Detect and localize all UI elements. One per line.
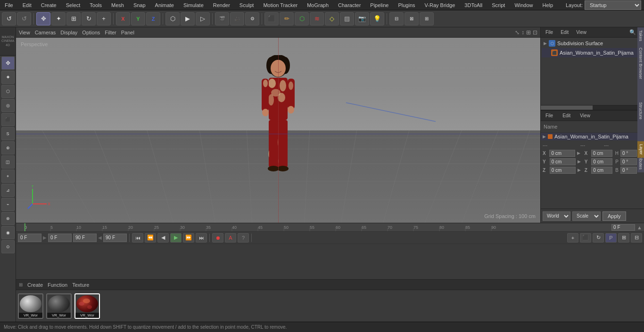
mode-3-button[interactable]: ↻ xyxy=(593,233,604,243)
material-item-2[interactable]: VR_Wor xyxy=(46,293,72,319)
menu-snap[interactable]: Snap xyxy=(132,1,148,9)
attr-object-row[interactable]: ▶ Asian_Woman_in_Satin_Pijama xyxy=(541,133,644,140)
menu-simulate[interactable]: Simulate xyxy=(182,1,206,9)
mat-create[interactable]: Create xyxy=(27,282,43,288)
tool-13[interactable]: ◉ xyxy=(1,226,15,239)
menu-mograph[interactable]: MoGraph xyxy=(305,1,330,9)
object-item-subdivision[interactable]: ▶ ⬡ Subdivision Surface xyxy=(542,39,643,48)
tool-move[interactable]: ✦ xyxy=(1,71,15,84)
menu-plugins[interactable]: Plugins xyxy=(396,1,417,9)
vp-menu-options[interactable]: Options xyxy=(82,30,100,35)
coord-z-input[interactable] xyxy=(550,167,576,174)
transform-mode-select[interactable]: World Object Local xyxy=(543,211,570,221)
timeline-ruler[interactable]: 0 5 10 15 20 25 30 35 40 xyxy=(16,223,644,232)
menu-mesh[interactable]: Mesh xyxy=(109,1,126,9)
record-button[interactable]: ⏺ xyxy=(212,233,223,243)
coord-b-input[interactable] xyxy=(620,167,637,174)
menu-edit[interactable]: Edit xyxy=(21,1,33,9)
menu-motion-tracker[interactable]: Motion Tracker xyxy=(261,1,299,9)
vp-icon-3[interactable]: ⊞ xyxy=(526,29,531,36)
vtab-content-browser[interactable]: Content Browser xyxy=(638,46,644,81)
coord-x2-input[interactable] xyxy=(591,150,612,157)
frame-stepper[interactable]: ▲ xyxy=(637,225,642,230)
create-tool-button[interactable]: + xyxy=(97,12,111,25)
menu-select[interactable]: Select xyxy=(64,1,83,9)
tool-11[interactable]: ⌁ xyxy=(1,198,15,211)
tool-6[interactable]: S xyxy=(1,127,15,140)
tool-select[interactable]: ✥ xyxy=(1,57,15,70)
play-forward-button[interactable]: ▶ xyxy=(170,233,182,243)
menu-pipeline[interactable]: Pipeline xyxy=(368,1,390,9)
om-file-tab[interactable]: File xyxy=(543,29,556,36)
mode-6-button[interactable]: ⊟ xyxy=(631,233,642,243)
deform-button[interactable]: ≋ xyxy=(310,12,324,25)
vtab-structure[interactable]: Structure xyxy=(638,100,644,121)
preview-end-input[interactable] xyxy=(73,234,97,242)
menu-file[interactable]: File xyxy=(3,1,15,9)
menu-help[interactable]: Help xyxy=(541,1,555,9)
menu-3dtoall[interactable]: 3DToAll xyxy=(462,1,484,9)
light-button[interactable]: 💡 xyxy=(370,12,384,25)
mode-4-button[interactable]: P xyxy=(605,233,617,243)
search-icon[interactable]: 🔍 xyxy=(629,29,636,35)
select-tool-button[interactable]: ✥ xyxy=(36,12,50,25)
move-tool-button[interactable]: ✦ xyxy=(51,12,66,25)
tool-9[interactable]: ⌖ xyxy=(1,170,15,183)
tool-10[interactable]: ⊿ xyxy=(1,184,15,197)
vp-menu-view[interactable]: View xyxy=(19,30,30,35)
redo-button[interactable]: ↺ xyxy=(17,12,31,25)
menu-vray[interactable]: V-Ray Bridge xyxy=(423,1,457,9)
scale-tool-button[interactable]: ⊞ xyxy=(66,12,81,25)
menu-animate[interactable]: Animate xyxy=(153,1,176,9)
play-reverse-button[interactable]: ◀ xyxy=(157,233,169,243)
tool-5[interactable]: ⬛ xyxy=(1,113,15,126)
tool-12[interactable]: ⊗ xyxy=(1,212,15,225)
render-settings-button[interactable]: ⚙ xyxy=(245,12,259,25)
playback-button[interactable]: ▷ xyxy=(196,12,210,25)
menu-sculpt[interactable]: Sculpt xyxy=(238,1,256,9)
z-axis-button[interactable]: Z xyxy=(146,12,160,25)
coord-h-input[interactable] xyxy=(620,150,637,157)
floor-button[interactable]: ⊟ xyxy=(389,12,404,25)
coord-y2-input[interactable] xyxy=(591,158,612,165)
keyframe-button[interactable]: ? xyxy=(238,233,249,243)
layout-dropdown[interactable]: Startup Standard xyxy=(585,0,641,10)
layer-tab[interactable]: Layer xyxy=(637,141,644,158)
x-axis-button[interactable]: X xyxy=(116,12,130,25)
om-edit-tab[interactable]: Edit xyxy=(558,29,571,36)
tool-3[interactable]: ⬡ xyxy=(1,85,15,98)
attr-edit-tab[interactable]: Edit xyxy=(560,112,573,119)
material-item-1[interactable]: VR_Wor xyxy=(18,293,43,319)
polygon-mode-button[interactable]: ▶ xyxy=(181,12,195,25)
object-item-woman[interactable]: ⬛ Asian_Woman_in_Satin_Pijama xyxy=(542,48,643,57)
camera-button[interactable]: 📷 xyxy=(355,12,369,25)
mat-texture[interactable]: Texture xyxy=(72,282,89,288)
current-frame-display[interactable] xyxy=(611,224,635,231)
mode-2-button[interactable]: ⬛ xyxy=(580,233,591,243)
vp-menu-panel[interactable]: Panel xyxy=(121,30,134,35)
render-view-button[interactable]: 🎥 xyxy=(230,12,244,25)
vp-menu-display[interactable]: Display xyxy=(60,30,77,35)
om-view-tab[interactable]: View xyxy=(573,29,589,36)
menu-window[interactable]: Window xyxy=(512,1,535,9)
step-back-button[interactable]: ⏪ xyxy=(145,233,156,243)
preview-start-input[interactable] xyxy=(48,234,72,242)
vtab-takes[interactable]: Takes xyxy=(638,28,644,43)
coord-z2-input[interactable] xyxy=(591,167,612,174)
tool-8[interactable]: ◫ xyxy=(1,155,15,169)
auto-key-button[interactable]: A xyxy=(225,233,236,243)
tool-4[interactable]: ◎ xyxy=(1,99,15,112)
coord-p-input[interactable] xyxy=(620,158,637,165)
clapper-button[interactable]: 🎬 xyxy=(215,12,229,25)
char-button[interactable]: ⊞ xyxy=(420,12,434,25)
jump-end-button[interactable]: ⏭ xyxy=(196,233,207,243)
model-mode-button[interactable]: ⬡ xyxy=(165,12,180,25)
menu-create[interactable]: Create xyxy=(39,1,58,9)
mirror-button[interactable]: ⊠ xyxy=(405,12,419,25)
y-axis-button[interactable]: Y xyxy=(131,12,145,25)
coord-x-input[interactable] xyxy=(549,150,575,157)
scale-mode-select[interactable]: Scale Move Rotate xyxy=(572,211,601,221)
vp-icon-2[interactable]: ↕ xyxy=(521,29,524,36)
attr-file-tab[interactable]: File xyxy=(543,112,556,119)
vp-icon-4[interactable]: ⊡ xyxy=(533,29,537,36)
